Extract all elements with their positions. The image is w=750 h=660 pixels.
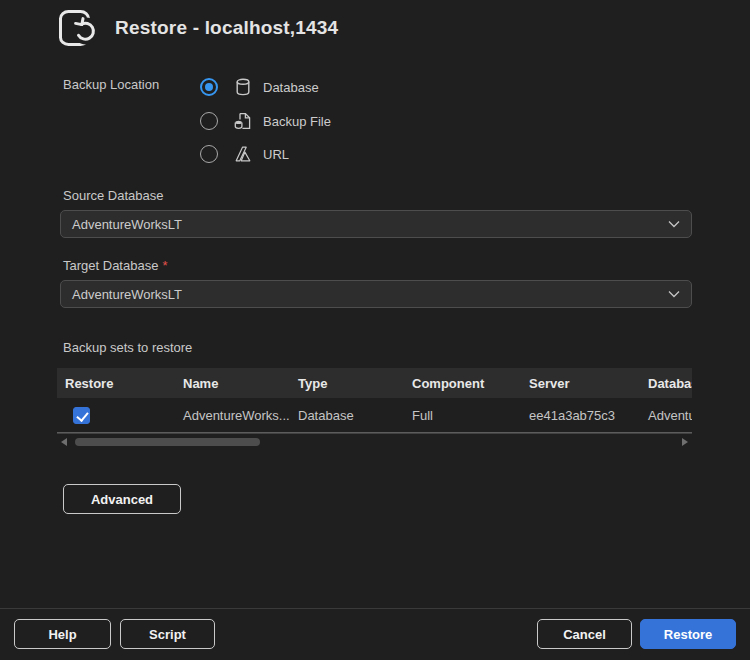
radio-label: Database [263, 80, 319, 95]
cell-database: AdventureWorksLT [640, 408, 692, 423]
scrollbar-thumb[interactable] [75, 438, 260, 446]
scroll-left-icon[interactable] [61, 438, 67, 446]
cell-server: ee41a3ab75c3 [521, 408, 640, 423]
horizontal-scrollbar[interactable] [57, 433, 692, 448]
radio-button[interactable] [200, 78, 218, 96]
target-database-label: Target Database* [63, 258, 167, 273]
target-database-dropdown[interactable]: AdventureWorksLT [60, 280, 692, 308]
table-row[interactable]: AdventureWorks... Database Full ee41a3ab… [57, 398, 692, 433]
backup-file-icon [232, 111, 254, 131]
restore-button[interactable]: Restore [640, 619, 736, 649]
radio-button[interactable] [200, 112, 218, 130]
backup-location-label: Backup Location [63, 77, 159, 92]
radio-option-url[interactable]: URL [200, 144, 289, 164]
dialog-header: Restore - localhost,1434 [56, 8, 338, 48]
radio-option-backup-file[interactable]: Backup File [200, 111, 331, 131]
dropdown-value: AdventureWorksLT [72, 217, 182, 232]
help-button[interactable]: Help [14, 619, 111, 649]
column-header-restore: Restore [57, 376, 175, 391]
cancel-button[interactable]: Cancel [537, 619, 632, 649]
script-button[interactable]: Script [120, 619, 215, 649]
radio-label: Backup File [263, 114, 331, 129]
azure-icon [232, 144, 254, 164]
cell-component: Full [404, 408, 521, 423]
cell-name: AdventureWorks... [175, 408, 290, 423]
dropdown-value: AdventureWorksLT [72, 287, 182, 302]
radio-option-database[interactable]: Database [200, 77, 319, 97]
source-database-dropdown[interactable]: AdventureWorksLT [60, 210, 692, 238]
chevron-down-icon [668, 290, 680, 298]
column-header-server: Server [521, 376, 640, 391]
advanced-button[interactable]: Advanced [63, 484, 181, 514]
required-marker: * [162, 258, 167, 273]
footer-divider [0, 608, 750, 609]
restore-checkbox[interactable] [73, 407, 90, 424]
column-header-type: Type [290, 376, 404, 391]
cell-type: Database [290, 408, 404, 423]
restore-database-icon [56, 8, 100, 48]
column-header-component: Component [404, 376, 521, 391]
chevron-down-icon [668, 220, 680, 228]
column-header-name: Name [175, 376, 290, 391]
source-database-label: Source Database [63, 188, 163, 203]
page-title: Restore - localhost,1434 [115, 17, 338, 39]
backup-sets-table: Restore Name Type Component Server Datab… [57, 368, 692, 433]
scroll-right-icon[interactable] [682, 438, 688, 446]
radio-button[interactable] [200, 145, 218, 163]
table-header-row: Restore Name Type Component Server Datab… [57, 368, 692, 398]
database-icon [232, 77, 254, 97]
radio-label: URL [263, 147, 289, 162]
backup-sets-label: Backup sets to restore [63, 340, 192, 355]
column-header-database: Database [640, 376, 692, 391]
